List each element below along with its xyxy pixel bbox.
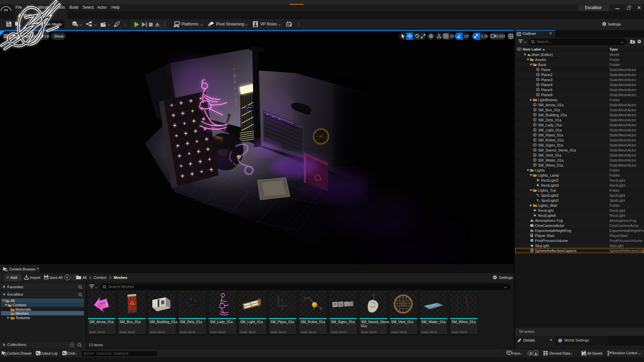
svg-text:C: C bbox=[235, 98, 238, 102]
